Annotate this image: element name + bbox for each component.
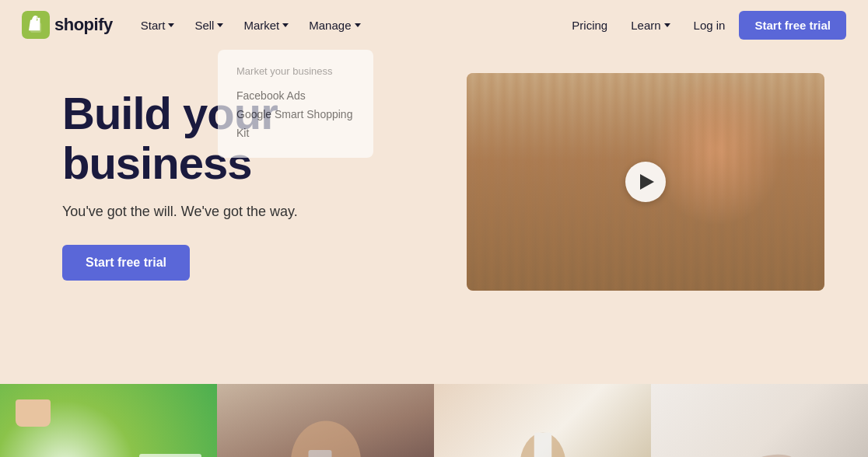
bottom-image-strip — [0, 384, 868, 457]
learn-chevron-icon — [664, 23, 670, 27]
nav-learn[interactable]: Learn — [621, 12, 679, 38]
nav-manage[interactable]: Manage — [299, 12, 369, 38]
svg-rect-5 — [534, 433, 551, 458]
svg-rect-3 — [308, 450, 331, 457]
dropdown-item-facebook[interactable]: Facebook Ads — [236, 86, 355, 105]
video-thumbnail — [467, 73, 824, 291]
tablet-person-icon — [264, 415, 388, 457]
dropdown-item-google[interactable]: Google Smart Shopping — [236, 105, 355, 124]
nav-cta-button[interactable]: Start free trial — [739, 11, 846, 40]
hero-cta-button[interactable]: Start free trial — [62, 245, 190, 281]
manage-chevron-icon — [355, 23, 361, 27]
nav-pricing[interactable]: Pricing — [561, 12, 618, 38]
sell-chevron-icon — [217, 23, 223, 27]
nav-sell[interactable]: Sell — [185, 12, 233, 38]
play-button[interactable] — [625, 162, 666, 202]
play-triangle-icon — [640, 174, 654, 190]
market-chevron-icon — [282, 23, 289, 27]
shoes-icon — [698, 423, 822, 457]
nav-market[interactable]: Market — [234, 12, 298, 38]
coffee-cup-icon — [16, 399, 51, 427]
bottom-image-shoes — [651, 384, 868, 457]
market-dropdown: Market your business Facebook Ads Google… — [218, 50, 373, 158]
dropdown-item-kit[interactable]: Kit — [236, 124, 355, 142]
svg-rect-1 — [30, 23, 41, 33]
nav-primary: Start Sell Market Manage — [131, 12, 370, 38]
shopify-logo-icon — [22, 11, 50, 39]
nav-login[interactable]: Log in — [683, 12, 737, 38]
nav-start[interactable]: Start — [131, 12, 184, 38]
hero-video-area — [467, 73, 824, 291]
bottom-image-tablet — [217, 384, 434, 457]
start-chevron-icon — [168, 23, 174, 27]
logo-link[interactable]: shopify — [22, 11, 113, 39]
nav-right: Pricing Learn Log in Start free trial — [561, 11, 846, 40]
dropdown-header: Market your business — [236, 65, 355, 77]
notebook-icon — [139, 454, 201, 457]
navbar: shopify Start Sell Market Manage Pricing… — [0, 0, 868, 50]
logo-text: shopify — [54, 15, 113, 35]
hero-section: Build your business You've got the will.… — [0, 50, 868, 376]
bottom-image-phone — [434, 384, 651, 457]
svg-point-7 — [744, 452, 794, 457]
hero-subtitle: You've got the will. We've got the way. — [62, 204, 436, 220]
bottom-image-notebook — [0, 384, 217, 457]
phone-person-icon — [481, 415, 605, 457]
